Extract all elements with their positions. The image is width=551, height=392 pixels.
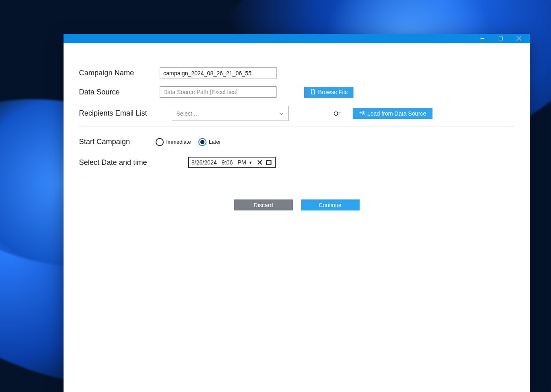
datetime-input[interactable]: 8/26/2024 9:06 PM ▼ (188, 157, 276, 168)
dropdown-caret-icon: ▼ (248, 160, 252, 165)
row-campaign-name: Campaign Name (79, 67, 514, 79)
chevron-down-icon (274, 106, 288, 120)
load-from-data-source-button[interactable]: Load from Data Source (353, 108, 433, 119)
divider (79, 127, 514, 127)
row-recipients: Recipients Email List Select... Or Load … (79, 106, 514, 121)
radio-immediate-label: Immediate (166, 139, 191, 145)
browse-file-label: Browse File (318, 89, 348, 95)
start-campaign-label: Start Campaign (79, 138, 160, 146)
data-source-label: Data Source (79, 88, 160, 96)
close-button[interactable] (510, 34, 528, 43)
campaign-name-input[interactable] (160, 67, 277, 79)
discard-button[interactable]: Discard (234, 199, 293, 210)
desktop-background: Campaign Name Data Source Browse File Re… (0, 0, 551, 392)
recipients-select[interactable]: Select... (172, 106, 289, 121)
list-user-icon (359, 110, 365, 117)
file-icon (310, 89, 316, 96)
calendar-icon[interactable] (265, 160, 272, 165)
svg-point-7 (362, 112, 364, 113)
data-source-input[interactable] (160, 86, 277, 98)
divider-2 (79, 179, 514, 179)
or-text: Or (334, 110, 340, 117)
row-start-campaign: Start Campaign Immediate Later (79, 138, 514, 146)
radio-immediate[interactable]: Immediate (156, 138, 191, 146)
clear-icon[interactable] (256, 160, 263, 165)
dialog-content: Campaign Name Data Source Browse File Re… (64, 43, 530, 392)
recipients-label: Recipients Email List (79, 109, 160, 118)
maximize-button[interactable] (492, 34, 510, 43)
datetime-label: Select Date and time (79, 158, 160, 167)
dialog-window: Campaign Name Data Source Browse File Re… (64, 34, 530, 392)
continue-button[interactable]: Continue (301, 199, 360, 210)
campaign-name-label: Campaign Name (79, 69, 160, 77)
time-value: 9:06 (222, 159, 233, 166)
radio-later-label: Later (209, 139, 221, 145)
action-row: Discard Continue (79, 199, 514, 210)
row-datetime: Select Date and time 8/26/2024 9:06 PM ▼ (79, 157, 514, 168)
radio-later[interactable]: Later (198, 138, 221, 146)
row-data-source: Data Source Browse File (79, 86, 514, 98)
browse-file-button[interactable]: Browse File (304, 87, 353, 98)
svg-rect-1 (499, 37, 502, 40)
titlebar[interactable] (64, 34, 530, 43)
date-value: 8/26/2024 (191, 159, 217, 166)
recipients-placeholder: Select... (176, 110, 197, 117)
ampm-value: PM (237, 159, 246, 166)
load-button-label: Load from Data Source (367, 110, 426, 117)
minimize-button[interactable] (473, 34, 492, 43)
